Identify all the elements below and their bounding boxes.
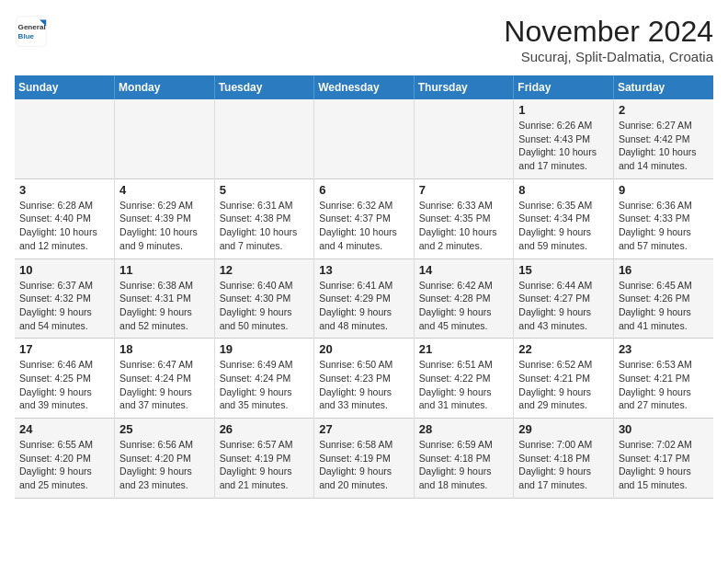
- table-row: 19Sunrise: 6:49 AMSunset: 4:24 PMDayligh…: [214, 339, 314, 419]
- table-row: [115, 99, 215, 178]
- table-row: 15Sunrise: 6:44 AMSunset: 4:27 PMDayligh…: [514, 259, 614, 339]
- table-row: 11Sunrise: 6:38 AMSunset: 4:31 PMDayligh…: [115, 259, 215, 339]
- header-tuesday: Tuesday: [214, 75, 314, 99]
- day-number: 21: [419, 342, 509, 356]
- table-row: 21Sunrise: 6:51 AMSunset: 4:22 PMDayligh…: [414, 339, 514, 419]
- calendar-table: Sunday Monday Tuesday Wednesday Thursday…: [15, 75, 713, 499]
- svg-text:Blue: Blue: [18, 32, 35, 40]
- day-info: Sunrise: 6:32 AMSunset: 4:37 PMDaylight:…: [319, 199, 409, 253]
- day-info: Sunrise: 6:56 AMSunset: 4:20 PMDaylight:…: [119, 438, 210, 492]
- day-number: 13: [319, 263, 409, 277]
- day-info: Sunrise: 6:28 AMSunset: 4:40 PMDaylight:…: [19, 199, 109, 253]
- day-info: Sunrise: 7:02 AMSunset: 4:17 PMDaylight:…: [619, 438, 709, 492]
- header-saturday: Saturday: [613, 75, 713, 99]
- page-header: General Blue November 2024 Sucuraj, Spli…: [15, 15, 713, 64]
- day-info: Sunrise: 6:33 AMSunset: 4:35 PMDaylight:…: [419, 199, 509, 253]
- day-number: 10: [19, 263, 109, 277]
- day-number: 7: [419, 183, 509, 197]
- table-row: 6Sunrise: 6:32 AMSunset: 4:37 PMDaylight…: [314, 178, 415, 259]
- day-number: 9: [619, 183, 709, 197]
- day-number: 15: [518, 263, 609, 277]
- day-info: Sunrise: 6:40 AMSunset: 4:30 PMDaylight:…: [220, 279, 310, 333]
- table-row: [414, 99, 514, 178]
- day-number: 23: [619, 342, 709, 356]
- table-row: 25Sunrise: 6:56 AMSunset: 4:20 PMDayligh…: [115, 419, 215, 499]
- table-row: 17Sunrise: 6:46 AMSunset: 4:25 PMDayligh…: [15, 339, 115, 419]
- day-info: Sunrise: 6:36 AMSunset: 4:33 PMDaylight:…: [619, 199, 709, 253]
- header-thursday: Thursday: [414, 75, 514, 99]
- day-number: 29: [518, 422, 609, 436]
- table-row: 8Sunrise: 6:35 AMSunset: 4:34 PMDaylight…: [514, 178, 614, 259]
- day-info: Sunrise: 6:31 AMSunset: 4:38 PMDaylight:…: [220, 199, 310, 253]
- table-row: 28Sunrise: 6:59 AMSunset: 4:18 PMDayligh…: [414, 419, 514, 499]
- day-number: 12: [220, 263, 310, 277]
- day-info: Sunrise: 6:37 AMSunset: 4:32 PMDaylight:…: [19, 279, 109, 333]
- day-info: Sunrise: 6:52 AMSunset: 4:21 PMDaylight:…: [518, 358, 609, 412]
- day-info: Sunrise: 6:27 AMSunset: 4:42 PMDaylight:…: [619, 119, 709, 173]
- day-number: 27: [319, 422, 409, 436]
- day-info: Sunrise: 6:59 AMSunset: 4:18 PMDaylight:…: [419, 438, 509, 492]
- table-row: 13Sunrise: 6:41 AMSunset: 4:29 PMDayligh…: [314, 259, 415, 339]
- table-row: 30Sunrise: 7:02 AMSunset: 4:17 PMDayligh…: [613, 419, 713, 499]
- day-info: Sunrise: 6:42 AMSunset: 4:28 PMDaylight:…: [419, 279, 509, 333]
- table-row: 10Sunrise: 6:37 AMSunset: 4:32 PMDayligh…: [15, 259, 115, 339]
- table-row: 16Sunrise: 6:45 AMSunset: 4:26 PMDayligh…: [613, 259, 713, 339]
- day-number: 6: [319, 183, 409, 197]
- day-info: Sunrise: 6:57 AMSunset: 4:19 PMDaylight:…: [220, 438, 310, 492]
- day-number: 25: [119, 422, 210, 436]
- day-number: 17: [19, 342, 109, 356]
- title-area: November 2024 Sucuraj, Split-Dalmatia, C…: [504, 15, 713, 64]
- day-number: 26: [220, 422, 310, 436]
- day-info: Sunrise: 6:26 AMSunset: 4:43 PMDaylight:…: [518, 119, 609, 173]
- day-info: Sunrise: 6:41 AMSunset: 4:29 PMDaylight:…: [319, 279, 409, 333]
- table-row: 22Sunrise: 6:52 AMSunset: 4:21 PMDayligh…: [514, 339, 614, 419]
- header-sunday: Sunday: [15, 75, 115, 99]
- day-number: 24: [19, 422, 109, 436]
- location: Sucuraj, Split-Dalmatia, Croatia: [504, 49, 713, 64]
- table-row: 24Sunrise: 6:55 AMSunset: 4:20 PMDayligh…: [15, 419, 115, 499]
- day-info: Sunrise: 6:35 AMSunset: 4:34 PMDaylight:…: [518, 199, 609, 253]
- day-number: 20: [319, 342, 409, 356]
- table-row: 5Sunrise: 6:31 AMSunset: 4:38 PMDaylight…: [214, 178, 314, 259]
- table-row: 27Sunrise: 6:58 AMSunset: 4:19 PMDayligh…: [314, 419, 415, 499]
- day-number: 5: [220, 183, 310, 197]
- day-number: 22: [518, 342, 609, 356]
- day-info: Sunrise: 7:00 AMSunset: 4:18 PMDaylight:…: [518, 438, 609, 492]
- table-row: 18Sunrise: 6:47 AMSunset: 4:24 PMDayligh…: [115, 339, 215, 419]
- day-info: Sunrise: 6:58 AMSunset: 4:19 PMDaylight:…: [319, 438, 409, 492]
- table-row: 4Sunrise: 6:29 AMSunset: 4:39 PMDaylight…: [115, 178, 215, 259]
- header-wednesday: Wednesday: [314, 75, 415, 99]
- day-info: Sunrise: 6:45 AMSunset: 4:26 PMDaylight:…: [619, 279, 709, 333]
- table-row: 20Sunrise: 6:50 AMSunset: 4:23 PMDayligh…: [314, 339, 415, 419]
- day-number: 1: [518, 103, 609, 117]
- table-row: [314, 99, 415, 178]
- day-info: Sunrise: 6:53 AMSunset: 4:21 PMDaylight:…: [619, 358, 709, 412]
- calendar-header-row: Sunday Monday Tuesday Wednesday Thursday…: [15, 75, 713, 99]
- day-number: 28: [419, 422, 509, 436]
- header-friday: Friday: [514, 75, 614, 99]
- header-monday: Monday: [115, 75, 215, 99]
- table-row: 14Sunrise: 6:42 AMSunset: 4:28 PMDayligh…: [414, 259, 514, 339]
- logo-icon: General Blue: [15, 15, 48, 48]
- svg-text:General: General: [18, 23, 46, 31]
- day-number: 30: [619, 422, 709, 436]
- day-number: 3: [19, 183, 109, 197]
- day-info: Sunrise: 6:29 AMSunset: 4:39 PMDaylight:…: [119, 199, 210, 253]
- table-row: 2Sunrise: 6:27 AMSunset: 4:42 PMDaylight…: [613, 99, 713, 178]
- day-number: 16: [619, 263, 709, 277]
- day-info: Sunrise: 6:49 AMSunset: 4:24 PMDaylight:…: [220, 358, 310, 412]
- day-info: Sunrise: 6:38 AMSunset: 4:31 PMDaylight:…: [119, 279, 210, 333]
- day-number: 19: [220, 342, 310, 356]
- day-info: Sunrise: 6:47 AMSunset: 4:24 PMDaylight:…: [119, 358, 210, 412]
- logo: General Blue: [15, 15, 48, 48]
- table-row: 12Sunrise: 6:40 AMSunset: 4:30 PMDayligh…: [214, 259, 314, 339]
- table-row: [15, 99, 115, 178]
- day-number: 18: [119, 342, 210, 356]
- table-row: 3Sunrise: 6:28 AMSunset: 4:40 PMDaylight…: [15, 178, 115, 259]
- day-number: 4: [119, 183, 210, 197]
- day-number: 14: [419, 263, 509, 277]
- month-title: November 2024: [504, 15, 713, 49]
- table-row: 7Sunrise: 6:33 AMSunset: 4:35 PMDaylight…: [414, 178, 514, 259]
- day-info: Sunrise: 6:51 AMSunset: 4:22 PMDaylight:…: [419, 358, 509, 412]
- day-number: 2: [619, 103, 709, 117]
